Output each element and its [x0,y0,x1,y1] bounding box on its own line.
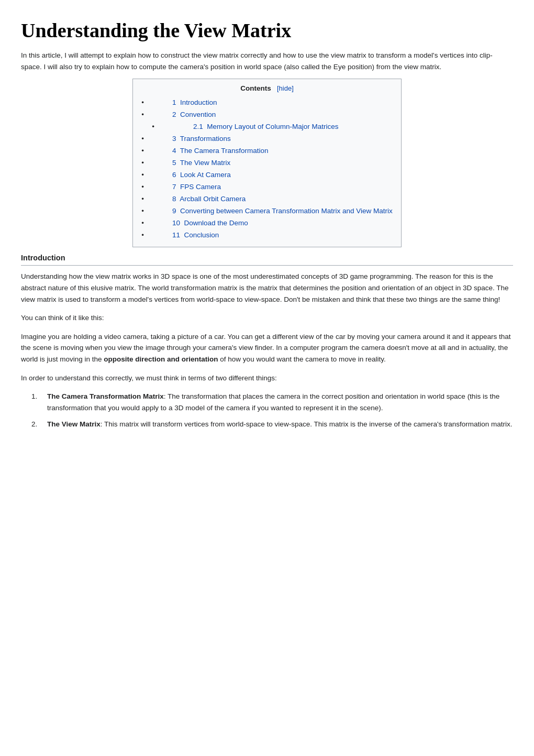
toc-content: • • • • • • • • • • • • 1 Introduction 2… [141,97,392,241]
toc-entry-9: 9 Converting between Camera Transformati… [172,205,393,217]
bullet-6: • [141,169,154,181]
bullet-2-1: • [141,121,154,133]
toc-link-5[interactable]: 5 The View Matrix [172,159,230,167]
bullet-4: • [141,145,154,157]
toc-link-8[interactable]: 8 Arcball Orbit Camera [172,195,246,203]
list-item-2: 2. The View Matrix: This matrix will tra… [31,419,513,430]
intro-para-3: Imagine you are holding a video camera, … [21,331,513,365]
intro-para-4: In order to understand this correctly, w… [21,372,513,384]
toc-entry-8: 8 Arcball Orbit Camera [172,193,393,205]
toc-entry-2-1: 2.1 Memory Layout of Column-Major Matric… [172,121,393,133]
toc-link-2-1[interactable]: 2.1 Memory Layout of Column-Major Matric… [193,123,339,130]
intro-para-2: You can think of it like this: [21,312,513,324]
list-number-2: 2. [31,419,47,430]
list-term-2: The View Matrix [47,420,101,428]
toc-entry-4: 4 The Camera Transformation [172,145,393,157]
intro-list: 1. The Camera Transformation Matrix: The… [31,391,513,430]
bold-phrase: opposite direction and orientation [104,355,218,363]
toc-link-11[interactable]: 11 Conclusion [172,231,219,239]
toc-link-10[interactable]: 10 Download the Demo [172,219,248,227]
toc-hide-link[interactable]: [hide] [277,84,294,92]
list-number-1: 1. [31,391,47,413]
bullet-7: • [141,181,154,193]
list-content-2: The View Matrix: This matrix will transf… [47,419,513,430]
toc-box: Contents [hide] • • • • • • • • • • • • [132,79,401,247]
bullet-5: • [141,157,154,169]
introduction-heading: Introduction [21,253,513,266]
list-term-1: The Camera Transformation Matrix [47,392,164,400]
toc-container: Contents [hide] • • • • • • • • • • • • [21,79,513,247]
toc-link-6[interactable]: 6 Look At Camera [172,171,231,179]
toc-entry-10: 10 Download the Demo [172,217,393,229]
toc-entry-1: 1 Introduction [172,97,393,109]
toc-links: 1 Introduction 2 Convention 2.1 Memory L… [157,97,393,241]
toc-link-1[interactable]: 1 Introduction [172,98,217,106]
toc-link-9[interactable]: 9 Converting between Camera Transformati… [172,207,393,215]
toc-title: Contents [hide] [141,83,392,94]
bullet-3: • [141,133,154,145]
bullet-8: • [141,193,154,205]
toc-link-7[interactable]: 7 FPS Camera [172,183,221,191]
intro-paragraph: In this article, I will attempt to expla… [21,50,513,72]
bullet-9: • [141,205,154,217]
toc-link-2[interactable]: 2 Convention [172,111,216,118]
toc-entry-6: 6 Look At Camera [172,169,393,181]
bullet-10: • [141,217,154,229]
list-item-1: 1. The Camera Transformation Matrix: The… [31,391,513,413]
bullet-1: • [141,97,154,109]
intro-para-1: Understanding how the view matrix works … [21,271,513,305]
toc-entry-2: 2 Convention [172,109,393,121]
toc-bullets: • • • • • • • • • • • • [141,97,157,241]
list-content-1: The Camera Transformation Matrix: The tr… [47,391,513,413]
toc-entry-3: 3 Transformations [172,133,393,145]
page-title: Understanding the View Matrix [21,16,513,46]
toc-entry-5: 5 The View Matrix [172,157,393,169]
bullet-11: • [141,229,154,242]
toc-entry-11: 11 Conclusion [172,229,393,242]
bullet-2: • [141,109,154,121]
toc-link-3[interactable]: 3 Transformations [172,135,231,143]
toc-link-4[interactable]: 4 The Camera Transformation [172,147,269,155]
introduction-section: Introduction Understanding how the view … [21,253,513,430]
toc-label: Contents [240,84,271,92]
toc-entry-7: 7 FPS Camera [172,181,393,193]
